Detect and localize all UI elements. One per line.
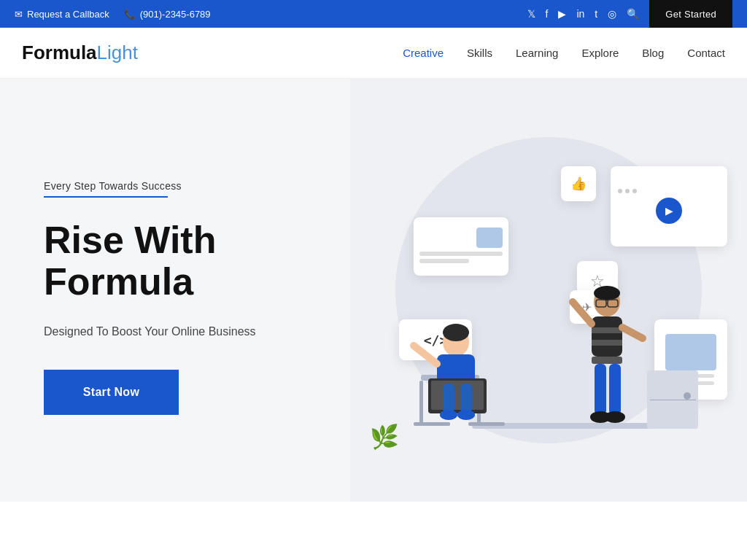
hero-description: Designed To Boost Your Online Business bbox=[44, 323, 321, 341]
svg-line-24 bbox=[573, 302, 592, 324]
youtube-icon[interactable]: ▶ bbox=[558, 8, 566, 20]
browser-card: ▶ bbox=[611, 166, 727, 246]
svg-rect-11 bbox=[443, 384, 454, 413]
image-placeholder-2 bbox=[665, 334, 716, 370]
card-line-2 bbox=[419, 259, 469, 263]
person-sitting bbox=[399, 302, 516, 451]
callback-link[interactable]: ✉ Request a Callback bbox=[15, 9, 109, 20]
get-started-button[interactable]: Get Started bbox=[649, 0, 732, 28]
plant-decoration: 🌿 bbox=[370, 423, 399, 451]
cabinet-handle bbox=[684, 392, 691, 400]
content-card bbox=[414, 217, 508, 276]
facebook-icon[interactable]: f bbox=[546, 8, 549, 20]
hero-right: ▶ </> ☆ 👍 › ✈ bbox=[350, 79, 747, 502]
person-standing bbox=[560, 280, 654, 451]
logo-formula: Formula bbox=[22, 42, 97, 64]
instagram-icon[interactable]: ◎ bbox=[608, 8, 616, 20]
svg-point-13 bbox=[440, 410, 457, 420]
svg-rect-21 bbox=[592, 327, 622, 333]
svg-rect-22 bbox=[592, 340, 622, 346]
card-line-1 bbox=[419, 252, 503, 256]
svg-rect-20 bbox=[592, 316, 622, 357]
top-bar: ✉ Request a Callback 📞 (901)-2345-6789 𝕏… bbox=[0, 0, 747, 28]
search-icon[interactable]: 🔍 bbox=[627, 8, 639, 20]
nav-learning[interactable]: Learning bbox=[516, 47, 558, 59]
svg-point-6 bbox=[443, 324, 469, 341]
svg-point-29 bbox=[605, 411, 625, 423]
linkedin-icon[interactable]: in bbox=[576, 8, 584, 20]
nav-contact[interactable]: Contact bbox=[687, 47, 725, 59]
svg-rect-26 bbox=[595, 364, 606, 415]
nav-creative[interactable]: Creative bbox=[403, 47, 444, 59]
hero-underline bbox=[44, 196, 168, 198]
thumb-card: 👍 bbox=[561, 166, 596, 201]
email-icon: ✉ bbox=[15, 9, 23, 20]
tumblr-icon[interactable]: t bbox=[595, 8, 597, 20]
main-nav: FormulaLight Creative Skills Learning Ex… bbox=[0, 28, 747, 79]
svg-rect-9 bbox=[431, 381, 484, 410]
logo: FormulaLight bbox=[22, 42, 138, 64]
cabinet bbox=[647, 370, 698, 429]
top-bar-left: ✉ Request a Callback 📞 (901)-2345-6789 bbox=[15, 9, 211, 20]
svg-rect-3 bbox=[414, 422, 450, 426]
svg-line-10 bbox=[414, 346, 437, 364]
twitter-icon[interactable]: 𝕏 bbox=[527, 8, 535, 20]
svg-line-25 bbox=[622, 327, 643, 338]
top-bar-right: 𝕏 f ▶ in t ◎ 🔍 Get Started bbox=[527, 0, 732, 28]
svg-rect-27 bbox=[609, 364, 621, 415]
illustration-container: ▶ </> ☆ 👍 › ✈ bbox=[355, 122, 742, 458]
nav-explore[interactable]: Explore bbox=[581, 47, 619, 59]
svg-rect-23 bbox=[592, 357, 622, 364]
nav-links: Creative Skills Learning Explore Blog Co… bbox=[403, 47, 725, 59]
hero-left: Every Step Towards Success Rise With For… bbox=[0, 79, 350, 502]
start-now-button[interactable]: Start Now bbox=[44, 370, 179, 415]
cabinet-line bbox=[650, 400, 696, 400]
svg-rect-12 bbox=[460, 384, 472, 413]
phone-icon: 📞 bbox=[124, 9, 136, 20]
svg-rect-4 bbox=[468, 422, 505, 426]
svg-rect-1 bbox=[419, 381, 423, 424]
hero-section: Every Step Towards Success Rise With For… bbox=[0, 79, 747, 502]
svg-point-16 bbox=[594, 286, 620, 300]
nav-skills[interactable]: Skills bbox=[467, 47, 492, 59]
nav-blog[interactable]: Blog bbox=[642, 47, 664, 59]
play-button-icon: ▶ bbox=[656, 198, 682, 224]
phone-link[interactable]: 📞 (901)-2345-6789 bbox=[124, 9, 211, 20]
logo-light: Light bbox=[97, 42, 138, 64]
hero-subtitle: Every Step Towards Success bbox=[44, 180, 321, 192]
card-image-placeholder bbox=[476, 228, 503, 248]
svg-point-14 bbox=[457, 410, 475, 420]
hero-title: Rise With Formula bbox=[44, 219, 321, 303]
